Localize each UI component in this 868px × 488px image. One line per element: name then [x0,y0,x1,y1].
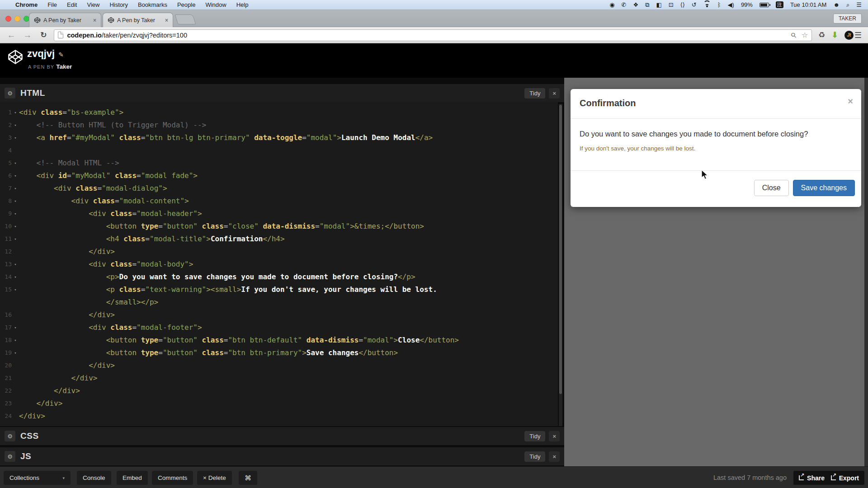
fold-arrow-icon[interactable]: ▾ [12,283,19,296]
code-line-9[interactable]: 9▾<div class="modal-header"> [0,207,558,220]
dropbox-icon[interactable]: ❖ [633,0,639,10]
input-source-badge[interactable]: 注 [776,1,783,8]
tab-close-icon[interactable]: × [165,17,168,23]
airplay-icon[interactable]: ⊡ [669,0,674,10]
code-line-wrap[interactable]: </small></p> [0,296,558,309]
zoom-icon[interactable]: ⚲ [789,30,798,40]
browser-tab-2[interactable]: A Pen by Taker× [103,13,173,27]
recycle-extension-icon[interactable]: ♻ [818,30,825,40]
share-button[interactable]: Share [793,471,830,485]
fold-arrow-icon[interactable]: ▾ [12,106,19,119]
fold-arrow-icon[interactable]: ▾ [12,169,19,182]
comments-button[interactable]: Comments [152,471,193,485]
reload-button[interactable]: ↻ [39,30,49,40]
time-machine-icon[interactable]: ↺ [692,0,697,10]
screen-record-icon[interactable]: ◉ [609,0,614,10]
modal-close-button[interactable]: Close [754,180,789,196]
fold-arrow-icon[interactable]: ▾ [12,207,19,220]
code-line-7[interactable]: 7▾<div class="modal-dialog"> [0,182,558,195]
chrome-menu-icon[interactable]: ☰ [854,30,862,40]
collections-dropdown[interactable]: Collections▾ [4,471,71,485]
code-line-14[interactable]: 14▾<p>Do you want to save changes you ma… [0,271,558,283]
volume-icon[interactable]: ◀) [728,0,734,10]
menu-item-history[interactable]: History [109,1,127,8]
codepen-logo-icon[interactable] [7,49,24,65]
fold-arrow-icon[interactable]: ▾ [12,233,19,245]
html-code-editor[interactable]: 1▾<div class="bs-example">2▾<!-- Button … [0,102,558,426]
fold-arrow-icon[interactable]: ▾ [12,157,19,169]
fold-arrow-icon[interactable]: ▾ [12,347,19,359]
html-close-button[interactable]: × [549,88,560,99]
call-icon[interactable]: ✆ [622,0,627,10]
toggle-icon[interactable]: ◧ [656,0,661,10]
tab-close-icon[interactable]: × [93,17,96,23]
code-line-22[interactable]: 22</div> [0,385,558,397]
embed-button[interactable]: Embed [117,471,148,485]
css-tidy-button[interactable]: Tidy [524,431,545,441]
url-bar[interactable]: codepen.io/taker/pen/zvqjvj?editors=100 … [54,29,812,41]
editor-scrollbar-thumb[interactable] [559,105,562,394]
code-line-3[interactable]: 3▾<a href="#myModal" class="btn btn-lg b… [0,131,558,144]
fold-arrow-icon[interactable]: ▾ [12,271,19,283]
modal-save-changes-button[interactable]: Save changes [793,180,855,196]
fold-arrow-icon[interactable]: ▾ [12,195,19,207]
fold-arrow-icon[interactable]: ▾ [12,220,19,233]
html-tidy-button[interactable]: Tidy [524,88,545,99]
code-line-11[interactable]: 11▾<h4 class="modal-title">Confirmation<… [0,233,558,245]
pen-author[interactable]: Taker [56,63,72,70]
edit-pencil-icon[interactable]: ✎ [58,51,64,58]
battery-percent[interactable]: 99% [741,0,753,10]
menu-item-people[interactable]: People [177,1,195,8]
download-extension-icon[interactable]: ⬇ [832,30,838,40]
fold-arrow-icon[interactable]: ▾ [12,321,19,334]
window-minimize-button[interactable] [14,16,20,22]
code-line-15[interactable]: 15▾<p class="text-warning"><small>If you… [0,283,558,296]
new-tab-button[interactable] [175,14,196,24]
editor-scrollbar[interactable] [559,104,562,426]
code-line-2[interactable]: 2▾<!-- Button HTML (to Trigger Modal) --… [0,119,558,131]
dev-code-icon[interactable]: ⟨⟩ [680,0,685,10]
back-button[interactable]: ← [6,30,16,40]
js-tidy-button[interactable]: Tidy [524,451,545,462]
display-icon[interactable]: ⧉ [645,0,649,10]
code-line-8[interactable]: 8▾<div class="modal-content"> [0,195,558,207]
menu-item-edit[interactable]: Edit [67,1,77,8]
code-line-24[interactable]: 24</div> [0,410,558,422]
code-line-17[interactable]: 17▾<div class="modal-footer"> [0,321,558,334]
fold-arrow-icon[interactable]: ▾ [12,131,19,144]
export-button[interactable]: Export [826,471,864,485]
menu-item-view[interactable]: View [87,1,99,8]
code-line-19[interactable]: 19▾<button type="button" class="btn btn-… [0,347,558,359]
css-close-button[interactable]: × [549,431,560,441]
fold-arrow-icon[interactable]: ▾ [12,182,19,195]
code-line-20[interactable]: 20</div> [0,359,558,372]
fold-arrow-icon[interactable]: ▾ [12,119,19,131]
window-close-button[interactable] [5,16,11,22]
bluetooth-icon[interactable]: ᛒ [717,0,721,10]
fold-arrow-icon[interactable]: ▾ [12,258,19,271]
browser-profile-label[interactable]: TAKER [833,14,862,23]
code-line-23[interactable]: 23</div> [0,397,558,410]
code-line-16[interactable]: 16</div> [0,309,558,321]
menubar-clock[interactable]: Tue 10:01 AM [790,0,826,10]
battery-icon[interactable] [760,3,769,7]
code-line-5[interactable]: 5▾<!-- Modal HTML --> [0,157,558,169]
code-line-18[interactable]: 18▾<button type="button" class="btn btn-… [0,334,558,347]
code-line-21[interactable]: 21</div> [0,372,558,385]
keyboard-shortcuts-button[interactable]: ⌘ [239,471,257,485]
js-close-button[interactable]: × [549,451,560,462]
menu-item-help[interactable]: Help [236,1,249,8]
code-line-4[interactable]: 4 [0,144,558,157]
menu-item-file[interactable]: File [47,1,57,8]
jt-extension-icon[interactable]: Jt [844,31,854,40]
console-button[interactable]: Console [77,471,111,485]
fold-arrow-icon[interactable]: ▾ [12,334,19,347]
code-line-10[interactable]: 10▾<button type="button" class="close" d… [0,220,558,233]
code-line-12[interactable]: 12</div> [0,245,558,258]
menu-item-chrome[interactable]: Chrome [15,1,38,8]
css-settings-gear-icon[interactable]: ⚙ [5,431,15,441]
pen-title[interactable]: zvqjvj✎ [27,48,64,60]
browser-tab-1[interactable]: A Pen by Taker× [29,13,101,27]
menu-item-window[interactable]: Window [205,1,226,8]
js-settings-gear-icon[interactable]: ⚙ [5,451,15,462]
